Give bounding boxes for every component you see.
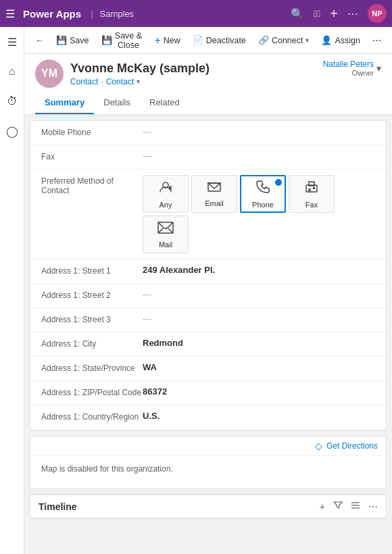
tab-summary[interactable]: Summary bbox=[35, 92, 94, 114]
hamburger-icon[interactable]: ☰ bbox=[5, 7, 15, 20]
contact-type-link1[interactable]: Contact bbox=[70, 77, 98, 86]
more-icon[interactable]: ⋯ bbox=[347, 7, 358, 20]
street1-row: Address 1: Street 1 249 Alexander Pl. bbox=[30, 259, 386, 284]
preferred-contact-label: Preferred Method of Contact bbox=[41, 175, 143, 195]
timeline-card: Timeline + bbox=[30, 495, 387, 519]
svg-rect-8 bbox=[313, 187, 315, 189]
save-close-button[interactable]: 💾 Save & Close bbox=[96, 28, 148, 53]
any-icon bbox=[158, 180, 173, 198]
fax-label: Fax bbox=[41, 151, 143, 161]
new-icon: + bbox=[154, 34, 160, 47]
add-icon[interactable]: + bbox=[330, 6, 338, 22]
country-label: Address 1: Country/Region bbox=[41, 411, 143, 422]
assign-button[interactable]: 👤 Assign bbox=[316, 32, 366, 48]
phone-radio-dot bbox=[275, 179, 282, 186]
owner-role: Owner bbox=[323, 69, 374, 77]
save-close-icon: 💾 bbox=[101, 35, 112, 45]
city-label: Address 1: City bbox=[41, 338, 143, 349]
street2-row: Address 1: Street 2 --- bbox=[30, 284, 386, 308]
top-nav: ☰ Power Apps | Samples 🔍 ✓⃝ + ⋯ NP bbox=[0, 0, 392, 27]
zip-value: 86372 bbox=[143, 386, 375, 397]
timeline-header: Timeline + bbox=[30, 495, 386, 518]
toolbar-more-icon: ⋯ bbox=[372, 35, 381, 45]
main-content: ← 💾 Save 💾 Save & Close + New 📄 Deactiva… bbox=[24, 27, 392, 554]
phone-icon bbox=[256, 180, 270, 198]
map-header: ◇ Get Directions bbox=[30, 436, 386, 456]
phone-label: Phone bbox=[252, 201, 274, 209]
preferred-contact-options: Any Email bbox=[143, 175, 375, 253]
contact-method-phone[interactable]: Phone bbox=[240, 175, 286, 213]
owner-name[interactable]: Natalie Peters bbox=[323, 59, 374, 69]
toolbar-more-button[interactable]: ⋯ bbox=[367, 32, 387, 48]
left-sidebar: ☰ ⌂ ⏱ ◯ bbox=[0, 27, 24, 554]
assign-icon: 👤 bbox=[321, 35, 332, 45]
save-icon: 💾 bbox=[56, 35, 67, 45]
street2-value: --- bbox=[143, 289, 375, 299]
tab-details[interactable]: Details bbox=[94, 92, 140, 114]
new-button[interactable]: + New bbox=[149, 32, 185, 49]
timeline-filter-button[interactable] bbox=[333, 501, 343, 512]
fax-value: --- bbox=[143, 151, 375, 161]
mobile-phone-label: Mobile Phone bbox=[41, 126, 143, 137]
state-row: Address 1: State/Province WA bbox=[30, 357, 386, 381]
mail-icon bbox=[157, 221, 174, 238]
street3-label: Address 1: Street 3 bbox=[41, 313, 143, 324]
recent-icon[interactable]: ✓⃝ bbox=[314, 8, 320, 19]
contact-method-any[interactable]: Any bbox=[143, 175, 189, 213]
get-directions-button[interactable]: ◇ Get Directions bbox=[315, 440, 378, 451]
contact-method-email[interactable]: Email bbox=[191, 175, 237, 213]
fax-method-label: Fax bbox=[305, 201, 318, 209]
city-row: Address 1: City Redmond bbox=[30, 332, 386, 357]
street2-label: Address 1: Street 2 bbox=[41, 289, 143, 300]
samples-label: Samples bbox=[100, 9, 134, 19]
zip-row: Address 1: ZIP/Postal Code 86372 bbox=[30, 381, 386, 405]
toolbar: ← 💾 Save 💾 Save & Close + New 📄 Deactiva… bbox=[24, 27, 392, 54]
owner-chevron-icon[interactable]: ▾ bbox=[376, 63, 381, 74]
content-area: Mobile Phone --- Fax --- Preferred Metho… bbox=[24, 115, 392, 554]
timeline-add-button[interactable]: + bbox=[320, 501, 325, 512]
sidebar-profile-icon[interactable]: ◯ bbox=[3, 122, 22, 141]
preferred-contact-row: Preferred Method of Contact bbox=[30, 170, 386, 259]
sidebar-menu-icon[interactable]: ☰ bbox=[3, 32, 22, 51]
tabs: Summary Details Related bbox=[35, 92, 381, 114]
mobile-phone-value: --- bbox=[143, 126, 375, 136]
form-card: Mobile Phone --- Fax --- Preferred Metho… bbox=[30, 120, 387, 430]
street3-value: --- bbox=[143, 313, 375, 324]
timeline-list-button[interactable] bbox=[351, 501, 360, 512]
fax-row: Fax --- bbox=[30, 145, 386, 170]
avatar[interactable]: NP bbox=[368, 4, 387, 23]
tab-related[interactable]: Related bbox=[140, 92, 189, 114]
connect-chevron-icon: ▾ bbox=[305, 36, 309, 44]
map-disabled-text: Map is disabled for this organization. bbox=[41, 464, 173, 474]
contact-method-mail[interactable]: Mail bbox=[143, 216, 189, 253]
timeline-icons: + ⋯ bbox=[320, 501, 378, 512]
connect-icon: 🔗 bbox=[258, 35, 269, 45]
contact-method-fax[interactable]: Fax bbox=[289, 175, 335, 213]
connect-button[interactable]: 🔗 Connect ▾ bbox=[253, 32, 315, 48]
timeline-title: Timeline bbox=[39, 501, 320, 512]
sidebar-recent-icon[interactable]: ⏱ bbox=[3, 92, 22, 111]
map-card: ◇ Get Directions Map is disabled for thi… bbox=[30, 436, 387, 489]
timeline-more-button[interactable]: ⋯ bbox=[368, 501, 378, 512]
contact-type-link2[interactable]: Contact bbox=[106, 77, 134, 86]
deactivate-icon: 📄 bbox=[193, 35, 203, 45]
search-icon[interactable]: 🔍 bbox=[291, 7, 304, 20]
city-value: Redmond bbox=[143, 338, 375, 348]
sidebar-home-icon[interactable]: ⌂ bbox=[3, 62, 22, 81]
street1-label: Address 1: Street 1 bbox=[41, 265, 143, 276]
country-value: U.S. bbox=[143, 411, 375, 421]
mail-label: Mail bbox=[159, 241, 172, 249]
back-button[interactable]: ← bbox=[30, 32, 49, 48]
save-button[interactable]: 💾 Save bbox=[51, 32, 95, 48]
contact-avatar: YM bbox=[35, 59, 64, 88]
contact-type-chevron[interactable]: ▾ bbox=[137, 78, 140, 85]
map-body: Map is disabled for this organization. bbox=[30, 456, 386, 488]
street1-value: 249 Alexander Pl. bbox=[143, 265, 375, 275]
app-name: Power Apps bbox=[23, 8, 81, 20]
mobile-phone-row: Mobile Phone --- bbox=[30, 121, 386, 145]
directions-icon: ◇ bbox=[315, 440, 322, 451]
street3-row: Address 1: Street 3 --- bbox=[30, 308, 386, 332]
fax-icon bbox=[304, 180, 319, 198]
deactivate-button[interactable]: 📄 Deactivate bbox=[187, 32, 251, 48]
country-row: Address 1: Country/Region U.S. bbox=[30, 405, 386, 430]
